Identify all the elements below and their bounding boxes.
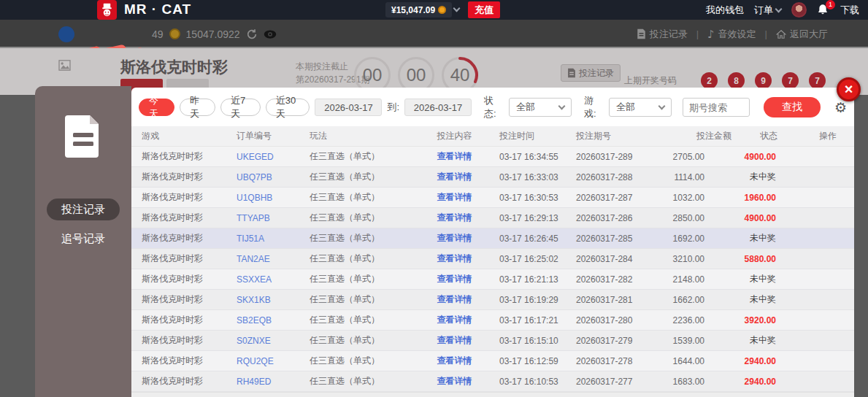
return-lobby-link[interactable]: 返回大厅 [776,28,828,41]
cell-order-id[interactable]: TAN2AE [226,254,299,264]
balance-chip[interactable]: ¥15,047.09 [385,2,452,18]
cell-status: 2940.00 [737,377,807,387]
divider: | [696,28,699,39]
cell-time: 03-17 16:25:02 [489,254,566,264]
cell-status: 未中奖 [737,171,807,183]
page: MR · CAT ¥15,047.09 充值 我的钱包 订单 1 下载 [0,0,868,397]
find-button[interactable]: 查找 [764,97,821,117]
quick-range-pills: 今天昨天近7天近30天 [139,99,310,116]
brand-logo-icon[interactable] [97,0,117,20]
col-order: 订单编号 [226,130,299,142]
quick-range-pill[interactable]: 近30天 [266,99,310,116]
cell-order-id[interactable]: TTYAPB [226,213,299,223]
cell-play: 任三直选（单式） [299,191,420,204]
quick-range-pill[interactable]: 昨天 [180,99,215,116]
view-details-link[interactable]: 查看详情 [420,293,489,306]
cell-order-id[interactable]: SB2EQB [226,315,299,325]
refresh-icon[interactable] [246,28,258,40]
cell-time: 03-17 16:33:03 [489,172,566,182]
cell-status: 未中奖 [737,232,807,244]
cell-amount: 1683.00 [653,377,737,387]
to-label: 到: [387,101,399,114]
quick-range-pill[interactable]: 近7天 [220,99,261,116]
quick-range-pill[interactable]: 今天 [139,99,174,116]
cell-amount: 1032.00 [653,193,737,203]
balance-chevron-down-icon[interactable] [453,5,461,12]
cell-order-id[interactable]: S0ZNXE [226,336,299,346]
sound-settings-label: 音效设定 [718,28,756,41]
view-details-link[interactable]: 查看详情 [420,212,489,224]
download-link[interactable]: 下载 [840,4,859,17]
cell-amount: 1539.00 [653,336,737,346]
last-draw-label: 上期开奖号码 [624,74,677,87]
cell-game: 斯洛伐克时时彩 [131,253,226,265]
cell-order-id[interactable]: SSXXEA [226,274,299,285]
my-wallet-link[interactable]: 我的钱包 [706,4,744,17]
view-details-link[interactable]: 查看详情 [420,150,489,163]
cell-order-id[interactable]: U1QBHB [226,193,299,203]
view-details-link[interactable]: 查看详情 [420,334,489,347]
status-select[interactable]: 全部 [509,98,572,117]
home-icon [776,29,786,39]
sidebar-tab-chase-records[interactable]: 追号记录 [61,232,105,246]
view-details-link[interactable]: 查看详情 [420,273,489,285]
view-details-link[interactable]: 查看详情 [420,355,489,367]
cell-amount: 1692.00 [653,234,737,244]
cell-game: 斯洛伐克时时彩 [131,293,226,306]
cell-order-id[interactable]: TIJ51A [226,234,299,244]
orders-menu[interactable]: 订单 [754,4,781,17]
draw-number-ball: 7 [782,72,799,89]
view-details-link[interactable]: 查看详情 [420,171,489,183]
bet-records-link[interactable]: 投注记录 [637,28,688,41]
cell-order-id[interactable]: UBQ7PB [226,172,299,182]
table-row: 斯洛伐克时时彩TTYAPB任三直选（单式）查看详情03-17 16:29:132… [131,208,854,228]
close-modal-button[interactable]: × [837,77,861,101]
cell-status: 未中奖 [737,334,807,347]
bet-records-button[interactable]: 投注记录 [561,64,621,82]
col-status: 状态 [737,130,807,142]
table-row: 斯洛伐克时时彩TIJ51A任三直选（单式）查看详情03-17 16:26:452… [131,228,854,249]
notifications-button[interactable]: 1 [817,3,830,18]
game-select-value: 全部 [616,101,635,114]
sidebar-tab-bet-records[interactable]: 投注记录 [47,198,120,220]
user-avatar[interactable] [791,2,807,18]
cell-period: 20260317-278 [566,356,653,366]
col-game: 游戏 [131,130,226,142]
cell-order-id[interactable]: SKX1KB [226,295,299,305]
eye-icon[interactable] [264,29,277,39]
view-details-link[interactable]: 查看详情 [420,232,489,244]
chevron-down-icon [658,103,666,110]
cell-time: 03-17 16:17:21 [489,315,566,325]
table-header: 游戏 订单编号 玩法 投注内容 投注时间 投注期号 投注金额 状态 操作 [131,126,854,147]
table-row: 斯洛伐克时时彩U1QBHB任三直选（单式）查看详情03-17 16:30:532… [131,188,854,208]
cell-period: 20260317-289 [566,152,653,162]
cell-status: 未中奖 [737,273,807,285]
date-from-input[interactable] [315,99,382,116]
cell-period: 20260317-279 [566,336,653,346]
draw-number-ball: 7 [809,72,826,89]
draw-number-ball: 9 [755,72,772,89]
status-filter-label: 状态: [484,94,504,120]
cell-order-id[interactable]: RH49ED [226,377,299,387]
cell-amount: 2705.00 [653,152,737,162]
period-search-input[interactable] [683,98,750,117]
gear-icon[interactable]: ⚙ [834,99,847,115]
bet-records-button-label: 投注记录 [579,67,614,80]
cell-order-id[interactable]: RQU2QE [226,356,299,366]
view-details-link[interactable]: 查看详情 [420,253,489,265]
cell-game: 斯洛伐克时时彩 [131,355,226,367]
draw-number-ball: 8 [728,72,745,89]
game-title: 斯洛伐克时时彩 [120,57,228,77]
view-details-link[interactable]: 查看详情 [420,375,489,388]
view-details-link[interactable]: 查看详情 [420,314,489,326]
cell-game: 斯洛伐克时时彩 [131,273,226,285]
cell-status: 4900.00 [737,213,807,223]
view-details-link[interactable]: 查看详情 [420,191,489,204]
cell-status: 2940.00 [737,356,807,366]
sound-settings-link[interactable]: ♪ 音效设定 [707,28,756,41]
cat-logo-icon [100,3,114,17]
recharge-button[interactable]: 充值 [468,1,500,18]
date-to-input[interactable] [404,99,472,116]
cell-order-id[interactable]: UKEGED [226,152,299,162]
game-select[interactable]: 全部 [609,98,672,117]
